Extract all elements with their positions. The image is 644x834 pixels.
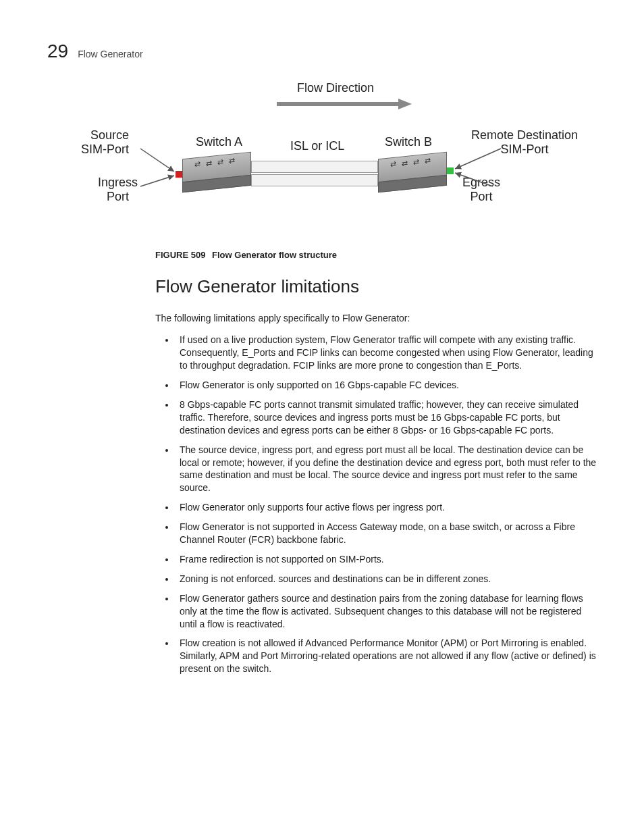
figure: Flow Direction Source SIM-Port Ingress P… [155, 81, 587, 236]
list-item: Frame redirection is not supported on SI… [176, 553, 597, 566]
figure-caption-text: Flow Generator flow structure [212, 250, 337, 260]
list-item: Flow creation is not allowed if Advanced… [176, 637, 597, 675]
section-intro: The following limitations apply specific… [155, 312, 597, 325]
section-heading: Flow Generator limitations [155, 276, 597, 297]
list-item: The source device, ingress port, and egr… [176, 444, 597, 495]
chapter-title: Flow Generator [78, 49, 142, 59]
figure-number: FIGURE 509 [155, 250, 205, 260]
list-item: If used on a live production system, Flo… [176, 334, 597, 372]
figure-caption: FIGURE 509 Flow Generator flow structure [155, 250, 597, 260]
svg-line-2 [140, 149, 174, 172]
limitations-list: If used on a live production system, Flo… [155, 334, 597, 675]
svg-line-5 [455, 173, 493, 186]
svg-line-3 [140, 176, 174, 186]
list-item: Zoning is not enforced. sources and dest… [176, 573, 597, 585]
diagram: Flow Direction Source SIM-Port Ingress P… [88, 81, 614, 236]
list-item: Flow Generator is only supported on 16 G… [176, 379, 597, 392]
list-item: Flow Generator only supports four active… [176, 501, 597, 514]
svg-line-4 [455, 149, 501, 169]
list-item: 8 Gbps-capable FC ports cannot transmit … [176, 398, 597, 437]
chapter-number: 29 [47, 41, 68, 62]
running-header: 29 Flow Generator [47, 41, 597, 62]
list-item: Flow Generator is not supported in Acces… [176, 521, 597, 546]
list-item: Flow Generator gathers source and destin… [176, 592, 597, 631]
page: 29 Flow Generator Flow Direction Source … [0, 0, 644, 723]
diagram-pointers [88, 81, 614, 236]
